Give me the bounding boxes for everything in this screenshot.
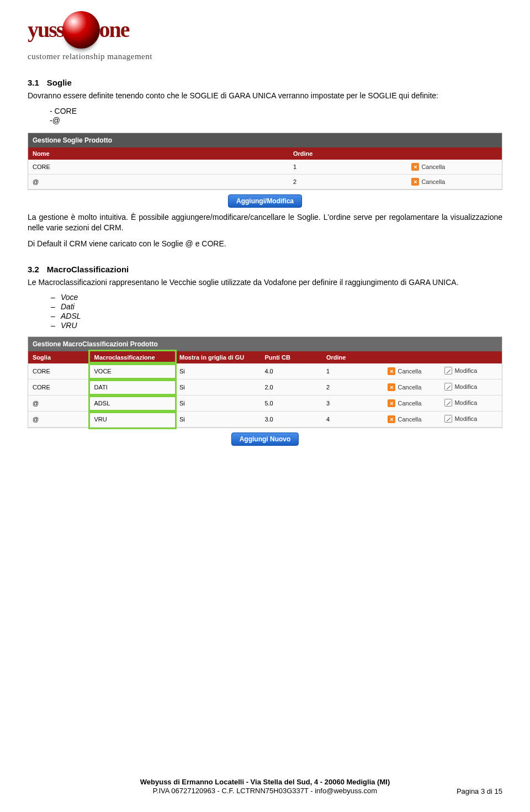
modify-label: Modifica <box>454 383 477 390</box>
table-row: CORE 1 ×Cancella <box>28 160 502 175</box>
close-icon: × <box>388 367 395 375</box>
cell: Si <box>175 412 260 428</box>
cell: @ <box>28 396 90 412</box>
cell-nome: @ <box>28 174 289 189</box>
modify-button[interactable]: Modifica <box>444 415 477 423</box>
footer-line1: Webyuss di Ermanno Locatelli - Via Stell… <box>140 778 390 786</box>
section-3-1-heading: 3.1Soglie <box>28 78 502 87</box>
section-3-2-heading: 3.2MacroClassificazioni <box>28 265 502 274</box>
table-row: @ 2 ×Cancella <box>28 174 502 189</box>
logo-block: yuss one customer relationship managemen… <box>28 11 502 61</box>
cell: Si <box>175 363 260 379</box>
panel-macroclassificazioni: Gestione MacroClassificazioni Prodotto S… <box>28 336 502 428</box>
cell: CORE <box>28 363 90 379</box>
table-row: CORE DATI Si 2.0 2 ×Cancella Modifica <box>28 379 502 396</box>
page-footer: Webyuss di Ermanno Locatelli - Via Stell… <box>28 777 502 795</box>
th <box>440 351 502 363</box>
pencil-icon <box>444 399 452 407</box>
close-icon: × <box>388 399 395 407</box>
table-row: CORE VOCE Si 4.0 1 ×Cancella Modifica <box>28 363 502 379</box>
list-item: ADSL <box>61 312 502 320</box>
th: Punti CB <box>260 351 322 363</box>
cancel-button[interactable]: ×Cancella <box>388 415 421 423</box>
modify-button[interactable]: Modifica <box>444 383 477 391</box>
th-ordine: Ordine <box>289 147 407 160</box>
logo-text-left: yuss <box>28 19 63 41</box>
th: Ordine <box>322 351 384 363</box>
logo-sphere-icon <box>62 11 100 49</box>
footer-line2: P.IVA 06727120963 - C.F. LCTRNN75H03G337… <box>28 787 502 795</box>
cell: 3 <box>322 396 384 412</box>
modify-label: Modifica <box>454 415 477 422</box>
logo-text-right: one <box>99 19 129 41</box>
section1-p3: Di Default il CRM viene caricato con le … <box>28 239 502 249</box>
macro-table: Soglia Macroclassificazione Mostra in gr… <box>28 351 502 428</box>
list-item: - CORE <box>50 107 502 115</box>
pencil-icon <box>444 367 452 375</box>
aggiungi-modifica-button[interactable]: Aggiungi/Modifica <box>228 194 302 208</box>
cell: DATI <box>90 379 175 396</box>
section1-p1: Dovranno essere definite tenendo conto c… <box>28 91 502 101</box>
cancel-button[interactable]: ×Cancella <box>411 178 445 186</box>
table-row: @ ADSL Si 5.0 3 ×Cancella Modifica <box>28 396 502 412</box>
th: Macroclassificazione <box>90 351 175 363</box>
th: Mostra in griglia di GU <box>175 351 260 363</box>
cell: Si <box>175 396 260 412</box>
list-item: Dati <box>61 302 502 311</box>
cancel-label: Cancella <box>398 416 421 423</box>
cell: CORE <box>28 379 90 396</box>
close-icon: × <box>388 383 395 391</box>
cancel-button[interactable]: ×Cancella <box>388 383 421 391</box>
cancel-button[interactable]: ×Cancella <box>411 163 445 171</box>
section2-p1: Le Macroclassificazioni rappresentano le… <box>28 277 502 288</box>
section-num: 3.1 <box>28 78 39 87</box>
cancel-label: Cancella <box>398 400 421 407</box>
cell: 2 <box>322 379 384 396</box>
logo-tagline: customer relationship management <box>28 52 502 61</box>
th <box>383 351 440 363</box>
list-item: Voce <box>61 293 502 302</box>
modify-label: Modifica <box>454 367 477 374</box>
th: Soglia <box>28 351 90 363</box>
cancel-label: Cancella <box>398 384 421 391</box>
cell-ordine: 2 <box>289 174 407 189</box>
section-title: Soglie <box>47 78 72 87</box>
cancel-label: Cancella <box>398 368 421 375</box>
panel-header: Gestione Soglie Prodotto <box>28 133 502 147</box>
cancel-button[interactable]: ×Cancella <box>388 399 421 407</box>
cell: 4 <box>322 412 384 428</box>
th-actions <box>407 147 502 160</box>
cancel-button[interactable]: ×Cancella <box>388 367 421 375</box>
list-item: VRU <box>61 321 502 330</box>
cell: 3.0 <box>260 412 322 428</box>
soglie-table: Nome Ordine CORE 1 ×Cancella @ 2 ×Cancel… <box>28 147 502 189</box>
cell: 1 <box>322 363 384 379</box>
close-icon: × <box>411 178 419 186</box>
close-icon: × <box>388 415 395 423</box>
modify-button[interactable]: Modifica <box>444 399 477 407</box>
list-item: -@ <box>50 116 502 125</box>
cell-ordine: 1 <box>289 160 407 175</box>
table-row: @ VRU Si 3.0 4 ×Cancella Modifica <box>28 412 502 428</box>
cell: VOCE <box>90 363 175 379</box>
cell: Si <box>175 379 260 396</box>
section1-p2: La gestione è molto intuitiva. È possibi… <box>28 212 502 233</box>
panel-header: Gestione MacroClassificazioni Prodotto <box>28 337 502 351</box>
panel-gestione-soglie: Gestione Soglie Prodotto Nome Ordine COR… <box>28 133 502 190</box>
section-num: 3.2 <box>28 265 39 274</box>
th-nome: Nome <box>28 147 289 160</box>
pencil-icon <box>444 415 452 423</box>
cell: 5.0 <box>260 396 322 412</box>
cell: @ <box>28 412 90 428</box>
cell: 4.0 <box>260 363 322 379</box>
aggiungi-nuovo-button[interactable]: Aggiungi Nuovo <box>231 433 299 446</box>
modify-button[interactable]: Modifica <box>444 367 477 375</box>
modify-label: Modifica <box>454 399 477 406</box>
section2-list: Voce Dati ADSL VRU <box>61 293 502 330</box>
cancel-label: Cancella <box>421 178 445 185</box>
section1-list: - CORE -@ <box>50 107 502 125</box>
page-number-text: Pagina 3 di 15 <box>457 787 502 795</box>
cell-nome: CORE <box>28 160 289 175</box>
section-title: MacroClassificazioni <box>47 265 129 274</box>
page-number: Pagina 3 di 15 <box>457 787 502 795</box>
